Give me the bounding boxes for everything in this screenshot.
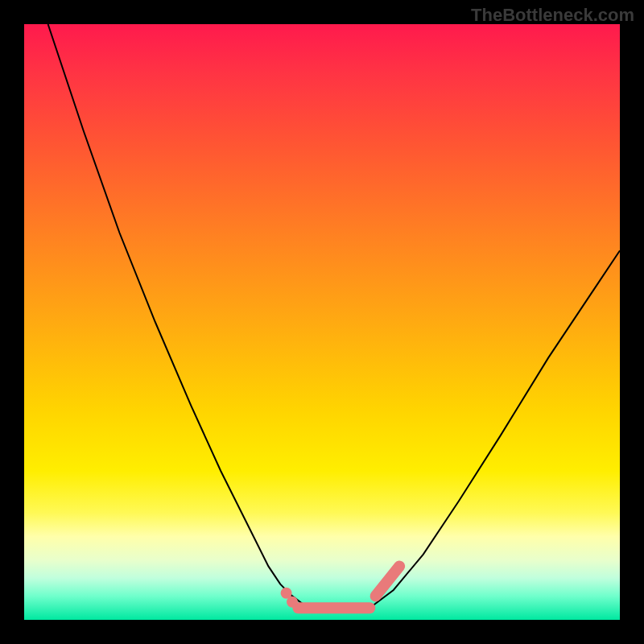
plot-area [24,24,620,620]
chart-svg [24,24,620,620]
curve-right-branch [369,250,620,608]
watermark-text: TheBottleneck.com [471,5,634,26]
curve-left-branch [48,24,316,608]
highlight-dot [287,597,298,608]
highlight-valley-right [376,566,400,596]
highlight-dots [281,588,298,608]
